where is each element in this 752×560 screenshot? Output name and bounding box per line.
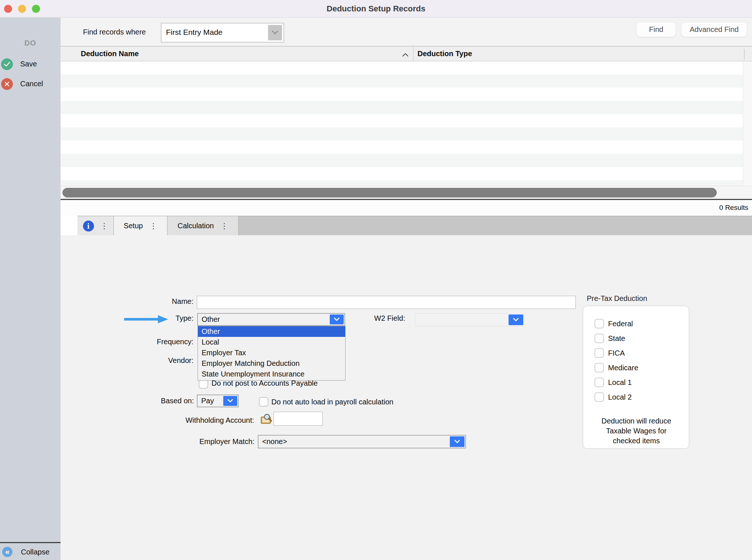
name-label: Name: — [120, 297, 194, 306]
frequency-label: Frequency: — [120, 338, 194, 346]
pretax-deduction-panel: Federal State FICA Medicare Local 1 Loca… — [583, 306, 689, 449]
find-bar: Find records where First Entry Made Find… — [61, 18, 752, 46]
based-on-value: Pay — [201, 397, 214, 405]
federal-label: Federal — [608, 320, 633, 328]
employer-match-select[interactable]: <none> — [258, 435, 466, 448]
chevron-down-icon — [509, 314, 523, 325]
name-input[interactable] — [197, 296, 576, 309]
pretax-note: Deduction will reduce Taxable Wages for … — [583, 416, 690, 446]
table-row — [61, 154, 743, 167]
medicare-checkbox[interactable] — [594, 363, 604, 372]
tab-strip: i ⋮ Setup ⋮ Calculation ⋮ — [77, 216, 752, 235]
save-button[interactable]: Save — [0, 58, 61, 71]
table-row — [61, 61, 743, 74]
w2-field-select[interactable] — [415, 313, 524, 326]
auto-load-checkbox[interactable] — [259, 397, 268, 407]
find-field-value: First Entry Made — [166, 28, 223, 37]
page-title: Deduction Setup Records — [327, 4, 426, 14]
type-label: Type: — [120, 314, 194, 323]
type-option-state-unemployment[interactable]: State Unemployment Insurance — [198, 369, 345, 379]
find-field-select[interactable]: First Entry Made — [161, 23, 284, 43]
tab-menu-icon[interactable]: ⋮ — [149, 222, 157, 230]
employer-match-value: <none> — [262, 437, 287, 446]
state-checkbox[interactable] — [594, 334, 604, 343]
table-row — [61, 101, 743, 114]
sidebar: DO Save Cancel — [0, 18, 61, 542]
sidebar-header: DO — [0, 39, 61, 47]
zoom-window-button[interactable] — [32, 5, 40, 13]
collapse-label: Collapse — [21, 548, 50, 556]
chevron-down-icon — [330, 314, 344, 324]
horizontal-scrollbar-thumb[interactable] — [62, 188, 717, 197]
results-bar: 0 Results — [61, 200, 752, 216]
chevron-down-icon — [450, 436, 464, 447]
cancel-button[interactable]: Cancel — [0, 78, 61, 91]
auto-load-label: Do not auto load in payroll calculation — [271, 398, 393, 406]
medicare-label: Medicare — [608, 364, 638, 372]
local2-label: Local 2 — [608, 393, 632, 401]
table-row — [61, 167, 743, 180]
table-header: Deduction Name Deduction Type — [61, 46, 752, 61]
tab-bar: i ⋮ Setup ⋮ Calculation ⋮ — [61, 216, 752, 235]
type-option-other[interactable]: Other — [198, 326, 345, 337]
employer-match-label: Employer Match: — [144, 437, 254, 446]
table-row — [61, 141, 743, 154]
federal-checkbox[interactable] — [594, 319, 604, 328]
pretax-deduction-title: Pre-Tax Deduction — [587, 294, 647, 303]
minimize-window-button[interactable] — [18, 5, 26, 13]
column-divider-right — [744, 49, 745, 59]
withholding-account-label: Withholding Account: — [144, 416, 254, 425]
sort-ascending-icon — [402, 52, 409, 58]
column-header-deduction-type[interactable]: Deduction Type — [417, 50, 472, 58]
based-on-select[interactable]: Pay — [197, 394, 239, 407]
window-controls — [0, 0, 40, 18]
info-icon: i — [83, 221, 94, 232]
chevron-down-icon — [223, 396, 237, 406]
based-on-label: Based on: — [120, 397, 194, 405]
type-option-employer-tax[interactable]: Employer Tax — [198, 348, 345, 358]
type-option-local[interactable]: Local — [198, 337, 345, 348]
save-check-icon — [1, 58, 13, 70]
vertical-scrollbar-gutter[interactable] — [743, 61, 752, 186]
local2-checkbox[interactable] — [594, 392, 604, 402]
save-button-label: Save — [20, 60, 37, 68]
type-dropdown-list: Other Local Employer Tax Employer Matchi… — [198, 326, 346, 381]
tab-menu-icon[interactable]: ⋮ — [101, 222, 108, 230]
type-option-employer-matching[interactable]: Employer Matching Deduction — [198, 358, 345, 369]
type-select[interactable]: Other — [197, 313, 345, 326]
account-lookup-icon[interactable] — [260, 413, 272, 425]
advanced-find-button[interactable]: Advanced Find — [681, 22, 747, 37]
tab-menu-icon[interactable]: ⋮ — [220, 222, 228, 230]
horizontal-scrollbar-track[interactable] — [61, 186, 752, 199]
chevron-down-icon — [268, 25, 282, 40]
results-count: 0 Results — [719, 204, 748, 212]
find-records-where-label: Find records where — [83, 28, 146, 36]
tab-setup-label: Setup — [124, 222, 143, 230]
table-row — [61, 88, 743, 101]
withholding-account-input[interactable] — [274, 412, 323, 426]
fica-checkbox[interactable] — [594, 348, 604, 358]
table-body — [61, 61, 752, 186]
w2-field-label: W2 Field: — [374, 314, 405, 323]
tab-calculation[interactable]: Calculation ⋮ — [167, 216, 239, 236]
fica-label: FICA — [608, 349, 625, 357]
column-divider — [413, 47, 413, 62]
tab-info[interactable]: i ⋮ — [77, 216, 114, 236]
type-select-value: Other — [202, 315, 220, 324]
table-row — [61, 127, 743, 141]
cancel-x-icon — [1, 78, 13, 90]
table-row — [61, 74, 743, 88]
collapse-chevron-icon: « — [2, 547, 12, 557]
vendor-label: Vendor: — [120, 356, 194, 365]
local1-label: Local 1 — [608, 378, 632, 387]
find-button[interactable]: Find — [636, 22, 676, 37]
tab-setup[interactable]: Setup ⋮ — [114, 216, 167, 236]
tab-calculation-label: Calculation — [178, 222, 214, 230]
local1-checkbox[interactable] — [594, 378, 604, 387]
title-bar: Deduction Setup Records — [0, 0, 752, 18]
state-label: State — [608, 334, 625, 343]
cancel-button-label: Cancel — [20, 80, 43, 88]
table-row — [61, 114, 743, 127]
close-window-button[interactable] — [4, 5, 12, 13]
column-header-deduction-name[interactable]: Deduction Name — [81, 50, 139, 58]
